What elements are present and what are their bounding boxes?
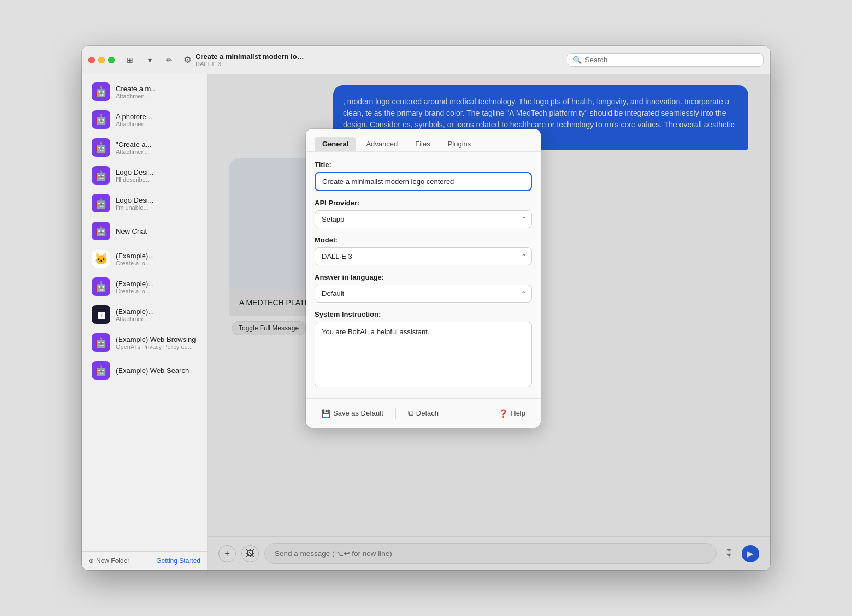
sidebar-item-sub: I'm unable... — [116, 204, 153, 211]
traffic-lights — [88, 57, 115, 63]
close-button[interactable] — [88, 57, 95, 63]
detach-label: Detach — [416, 409, 439, 417]
compose-button[interactable]: ✏ — [162, 52, 177, 68]
sidebar-item-new-chat[interactable]: 🤖 New Chat — [85, 217, 204, 245]
help-icon: ❓ — [499, 409, 508, 418]
sidebar-item-sub: Attachmen... — [116, 316, 154, 322]
getting-started-label: Getting Started — [156, 557, 200, 565]
app-window: ⊞ ▾ ✏ ⚙ Create a minimalist modern logo.… — [82, 46, 770, 570]
settings-body: Title: API Provider: Setapp ⌃ — [306, 152, 541, 398]
avatar: 🐱 — [92, 250, 110, 268]
chevron-down-button[interactable]: ▾ — [142, 52, 157, 68]
sidebar: 🤖 Create a m... Attachmen... 🤖 A photore… — [82, 74, 208, 570]
sidebar-item-title: (Example)... — [116, 252, 154, 260]
system-instruction-textarea[interactable]: You are BoltAI, a helpful assistant. — [315, 322, 532, 387]
sidebar-icon: ⊞ — [127, 56, 133, 64]
title-label: Title: — [315, 161, 532, 169]
save-as-default-label: Save as Default — [333, 409, 383, 417]
sidebar-item-title: A photore... — [116, 112, 152, 121]
compose-icon: ✏ — [166, 56, 173, 64]
title-input[interactable] — [315, 172, 532, 191]
sidebar-item-sub: I'll describe... — [116, 176, 153, 183]
model-select-wrap: DALL·E 3 ⌃ — [315, 247, 532, 265]
language-label: Answer in language: — [315, 273, 532, 281]
sidebar-item-example-3[interactable]: ▦ (Example)... Attachmen... — [85, 301, 204, 328]
sidebar-item-text: Logo Desi... I'm unable... — [116, 196, 153, 211]
sidebar-item-example-1[interactable]: 🐱 (Example)... Create a lo... — [85, 245, 204, 273]
sidebar-item-sub: OpenAI's Privacy Policy ou... — [116, 343, 196, 350]
sidebar-item-create-a[interactable]: 🤖 "Create a... Attachmen... — [85, 134, 204, 161]
search-icon: 🔍 — [573, 56, 582, 64]
sidebar-item-web-browsing[interactable]: 🤖 (Example) Web Browsing OpenAI's Privac… — [85, 329, 204, 356]
sidebar-footer: ⊕ New Folder Getting Started — [82, 551, 207, 570]
sidebar-item-text: A photore... Attachmen... — [116, 112, 152, 127]
system-instruction-field: System Instruction: You are BoltAI, a he… — [315, 310, 532, 389]
sidebar-item-photore[interactable]: 🤖 A photore... Attachmen... — [85, 106, 204, 133]
language-select[interactable]: Default — [315, 285, 532, 303]
sidebar-item-example-2[interactable]: 🤖 (Example)... Create a lo... — [85, 273, 204, 300]
avatar: 🤖 — [92, 277, 110, 296]
plus-icon: ⊕ — [88, 557, 94, 565]
titlebar-title-block: Create a minimalist modern logo... DALL·… — [196, 52, 305, 67]
avatar: 🤖 — [92, 194, 110, 212]
sidebar-item-text: Create a m... Attachmen... — [116, 85, 157, 99]
sidebar-toggle-button[interactable]: ⊞ — [122, 52, 138, 68]
settings-tabs: General Advanced Files Plugins — [306, 129, 541, 152]
avatar: 🤖 — [92, 333, 110, 352]
new-folder-label: New Folder — [96, 557, 129, 565]
avatar: ▦ — [92, 305, 110, 324]
new-folder-button[interactable]: ⊕ New Folder — [88, 557, 129, 565]
avatar: 🤖 — [92, 222, 110, 240]
minimize-button[interactable] — [98, 57, 105, 63]
detach-button[interactable]: ⧉ Detach — [401, 405, 445, 421]
sidebar-item-text: "Create a... Attachmen... — [116, 140, 151, 155]
sidebar-item-title: New Chat — [116, 227, 147, 235]
sidebar-item-create-m[interactable]: 🤖 Create a m... Attachmen... — [85, 78, 204, 105]
sidebar-item-text: (Example)... Create a lo... — [116, 252, 154, 266]
getting-started-button[interactable]: Getting Started — [156, 557, 200, 565]
sidebar-item-title: (Example)... — [116, 307, 154, 316]
main-layout: 🤖 Create a m... Attachmen... 🤖 A photore… — [82, 74, 770, 570]
system-instruction-label: System Instruction: — [315, 310, 532, 318]
divider — [395, 408, 396, 419]
tab-advanced[interactable]: Advanced — [358, 137, 405, 151]
help-label: Help — [511, 409, 525, 417]
sidebar-item-text: (Example) Web Search — [116, 366, 189, 375]
sidebar-item-logo-2[interactable]: 🤖 Logo Desi... I'm unable... — [85, 189, 204, 217]
search-bar[interactable]: 🔍 — [567, 53, 764, 67]
api-provider-label: API Provider: — [315, 199, 532, 207]
titlebar: ⊞ ▾ ✏ ⚙ Create a minimalist modern logo.… — [82, 46, 770, 74]
tab-general[interactable]: General — [315, 137, 356, 151]
settings-footer: 💾 Save as Default ⧉ Detach ❓ Help — [306, 398, 541, 428]
sidebar-item-logo-1[interactable]: 🤖 Logo Desi... I'll describe... — [85, 162, 204, 189]
language-select-wrap: Default ⌃ — [315, 285, 532, 303]
sidebar-item-web-search[interactable]: 🤖 (Example) Web Search — [85, 357, 204, 384]
language-field: Answer in language: Default ⌃ — [315, 273, 532, 303]
sidebar-item-text: New Chat — [116, 227, 147, 235]
save-as-default-button[interactable]: 💾 Save as Default — [315, 406, 390, 421]
model-select[interactable]: DALL·E 3 — [315, 247, 532, 265]
avatar: 🤖 — [92, 166, 110, 185]
maximize-button[interactable] — [108, 57, 115, 63]
save-icon: 💾 — [321, 409, 330, 418]
sidebar-item-title: (Example) Web Browsing — [116, 335, 196, 343]
api-provider-select[interactable]: Setapp — [315, 210, 532, 228]
sidebar-list: 🤖 Create a m... Attachmen... 🤖 A photore… — [82, 74, 207, 551]
model-subtitle: DALL·E 3 — [196, 61, 305, 67]
sidebar-item-title: (Example)... — [116, 280, 154, 288]
sidebar-item-sub: Attachmen... — [116, 93, 157, 99]
search-input[interactable] — [585, 56, 758, 64]
model-field: Model: DALL·E 3 ⌃ — [315, 236, 532, 265]
tab-files[interactable]: Files — [407, 137, 437, 151]
sliders-icon: ⚙ — [184, 55, 191, 65]
sidebar-item-sub: Attachmen... — [116, 149, 151, 155]
sidebar-item-title: Create a m... — [116, 85, 157, 93]
sidebar-item-title: "Create a... — [116, 140, 151, 149]
api-provider-field: API Provider: Setapp ⌃ — [315, 199, 532, 228]
avatar: 🤖 — [92, 138, 110, 157]
help-button[interactable]: ❓ Help — [492, 406, 532, 421]
avatar: 🤖 — [92, 82, 110, 101]
sidebar-item-text: (Example)... Create a lo... — [116, 280, 154, 294]
tab-plugins[interactable]: Plugins — [440, 137, 479, 151]
sidebar-item-title: (Example) Web Search — [116, 366, 189, 375]
